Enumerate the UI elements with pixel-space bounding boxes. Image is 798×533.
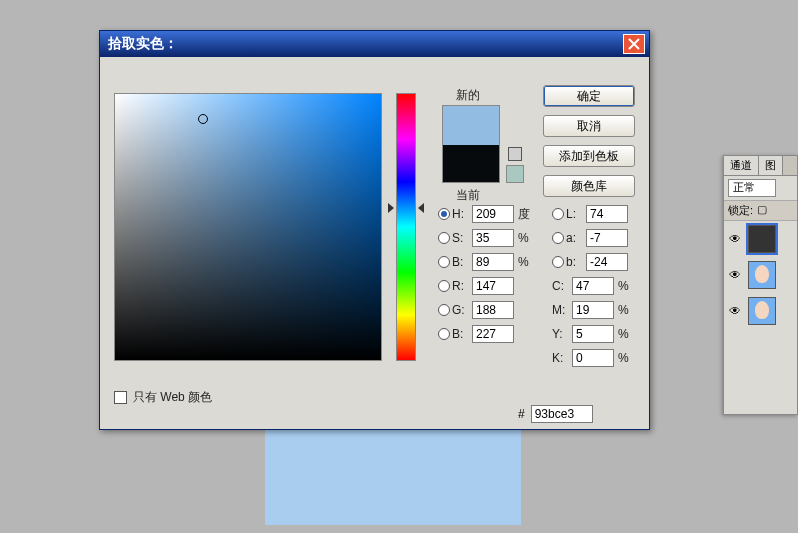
y-label: Y: — [552, 327, 572, 341]
hue-bar[interactable] — [396, 93, 416, 361]
visibility-icon[interactable]: 👁 — [728, 304, 742, 318]
blue-input[interactable] — [472, 325, 514, 343]
lab-b-input[interactable] — [586, 253, 628, 271]
h-label: H: — [452, 207, 472, 221]
checkbox-icon — [114, 391, 127, 404]
lab-b-label: b: — [566, 255, 586, 269]
c-label: C: — [552, 279, 572, 293]
c-unit: % — [618, 279, 638, 293]
radio-a[interactable] — [552, 232, 564, 244]
bval-label: B: — [452, 255, 472, 269]
panel-tabs: 通道 图 — [724, 156, 797, 176]
m-label: M: — [552, 303, 572, 317]
visibility-icon[interactable]: 👁 — [728, 268, 742, 282]
background-color-swatch — [265, 425, 521, 525]
lock-transparency-icon[interactable]: ▢ — [757, 203, 767, 218]
radio-blue[interactable] — [438, 328, 450, 340]
ok-button[interactable]: 确定 — [543, 85, 635, 107]
g-label: G: — [452, 303, 472, 317]
s-input[interactable] — [472, 229, 514, 247]
tab-layers[interactable]: 图 — [759, 156, 783, 175]
layer-item-1[interactable]: 👁 — [724, 257, 797, 293]
current-color-swatch[interactable] — [443, 145, 499, 183]
a-input[interactable] — [586, 229, 628, 247]
l-label: L: — [566, 207, 586, 221]
sv-pointer-icon — [198, 114, 208, 124]
web-only-label: 只有 Web 颜色 — [133, 389, 212, 406]
tab-channels[interactable]: 通道 — [724, 156, 759, 175]
new-color-label: 新的 — [438, 87, 498, 104]
current-color-label: 当前 — [438, 187, 498, 204]
k-input[interactable] — [572, 349, 614, 367]
radio-bval[interactable] — [438, 256, 450, 268]
color-picker-dialog: 拾取实色： 新的 当前 确定 取消 添加到色板 颜色库 — [99, 30, 650, 430]
k-label: K: — [552, 351, 572, 365]
button-column: 确定 取消 添加到色板 颜色库 — [543, 85, 635, 197]
saturation-value-field[interactable] — [114, 93, 382, 361]
titlebar[interactable]: 拾取实色： — [100, 31, 649, 57]
dialog-title: 拾取实色： — [108, 35, 623, 53]
blue-label: B: — [452, 327, 472, 341]
value-grid: H: 度 L: S: % a: — [438, 205, 638, 373]
hue-pointer-right-icon — [418, 203, 424, 213]
radio-lab-b[interactable] — [552, 256, 564, 268]
cancel-button[interactable]: 取消 — [543, 115, 635, 137]
r-label: R: — [452, 279, 472, 293]
radio-r[interactable] — [438, 280, 450, 292]
r-input[interactable] — [472, 277, 514, 295]
layer-thumb-1[interactable] — [748, 261, 776, 289]
layer-item-2[interactable]: 👁 — [724, 293, 797, 329]
radio-h[interactable] — [438, 208, 450, 220]
new-color-swatch[interactable] — [443, 106, 499, 145]
y-unit: % — [618, 327, 638, 341]
gamut-warning-icon[interactable] — [508, 147, 522, 161]
s-unit: % — [518, 231, 538, 245]
color-preview — [442, 105, 500, 183]
dialog-body: 新的 当前 确定 取消 添加到色板 颜色库 H: 度 L: — [100, 57, 649, 431]
hex-input[interactable] — [531, 405, 593, 423]
radio-g[interactable] — [438, 304, 450, 316]
visibility-icon[interactable]: 👁 — [728, 232, 742, 246]
radio-l[interactable] — [552, 208, 564, 220]
layer-thumb-0[interactable] — [748, 225, 776, 253]
h-input[interactable] — [472, 205, 514, 223]
k-unit: % — [618, 351, 638, 365]
lock-label: 锁定: — [728, 203, 753, 218]
lock-row: 锁定: ▢ — [724, 200, 797, 221]
websafe-swatch[interactable] — [506, 165, 524, 183]
blend-mode-row: 正常 — [724, 176, 797, 200]
bval-input[interactable] — [472, 253, 514, 271]
hue-slider[interactable] — [396, 93, 426, 361]
h-unit: 度 — [518, 206, 538, 223]
layers-panel: 通道 图 正常 锁定: ▢ 👁 👁 👁 — [723, 155, 798, 415]
y-input[interactable] — [572, 325, 614, 343]
radio-s[interactable] — [438, 232, 450, 244]
g-input[interactable] — [472, 301, 514, 319]
blend-mode-select[interactable]: 正常 — [728, 179, 776, 197]
add-swatch-button[interactable]: 添加到色板 — [543, 145, 635, 167]
c-input[interactable] — [572, 277, 614, 295]
hex-row: # — [518, 405, 593, 423]
s-label: S: — [452, 231, 472, 245]
layer-item-0[interactable]: 👁 — [724, 221, 797, 257]
hue-pointer-left-icon — [388, 203, 394, 213]
bval-unit: % — [518, 255, 538, 269]
m-unit: % — [618, 303, 638, 317]
a-label: a: — [566, 231, 586, 245]
color-libraries-button[interactable]: 颜色库 — [543, 175, 635, 197]
web-only-checkbox[interactable]: 只有 Web 颜色 — [114, 389, 212, 406]
m-input[interactable] — [572, 301, 614, 319]
close-icon — [628, 38, 640, 50]
l-input[interactable] — [586, 205, 628, 223]
close-button[interactable] — [623, 34, 645, 54]
layer-thumb-2[interactable] — [748, 297, 776, 325]
hex-prefix: # — [518, 407, 525, 421]
